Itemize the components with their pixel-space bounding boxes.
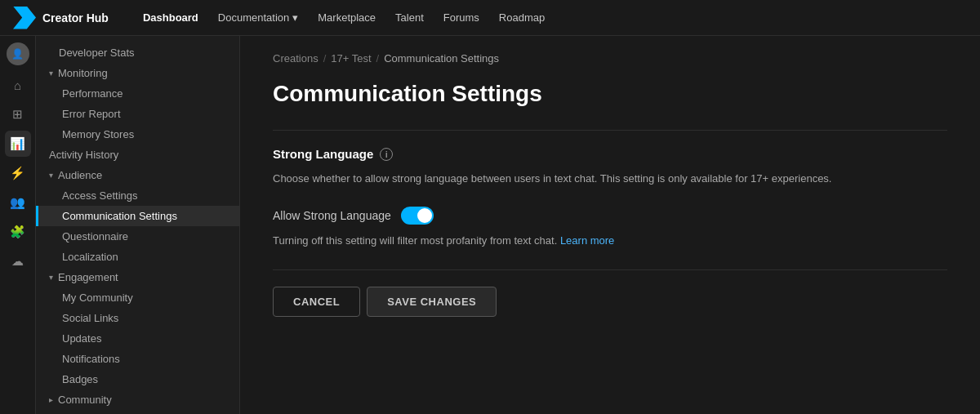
nav-documentation[interactable]: Documentation ▾ (210, 8, 306, 27)
main-content: Creations / 17+ Test / Communication Set… (240, 36, 980, 414)
logo[interactable]: Creator Hub (13, 7, 109, 29)
section-title-text: Strong Language (273, 147, 373, 161)
sidebar-item-access-settings[interactable]: Access Settings (36, 185, 239, 206)
icon-bar: 👤 ⌂ ⊞ 📊 ⚡ 👥 🧩 ☁ (0, 36, 36, 414)
action-buttons: CANCEL SAVE CHANGES (273, 287, 947, 317)
bottom-divider (273, 269, 947, 270)
logo-text: Creator Hub (42, 11, 109, 24)
top-nav: Creator Hub Dashboard Documentation ▾ Ma… (0, 0, 980, 36)
breadcrumb: Creations / 17+ Test / Communication Set… (273, 52, 947, 65)
section-description: Choose whether to allow strong language … (273, 171, 947, 187)
chart-icon-btn[interactable]: 📊 (5, 131, 31, 157)
sidebar-item-questionnaire[interactable]: Questionnaire (36, 226, 239, 247)
allow-strong-language-toggle[interactable] (401, 207, 434, 225)
sidebar-item-error-report[interactable]: Error Report (36, 104, 239, 124)
sidebar-section-monitoring[interactable]: ▾ Monitoring (36, 63, 239, 83)
sidebar-section-community[interactable]: ▸ Community (36, 390, 239, 410)
setting-row-strong-language: Allow Strong Language (273, 207, 947, 225)
sidebar-section-engagement[interactable]: ▾ Engagement (36, 267, 239, 287)
users-icon-btn[interactable]: 👥 (5, 189, 31, 216)
sidebar-item-my-community[interactable]: My Community (36, 287, 239, 308)
section-strong-language: Strong Language i (273, 147, 947, 161)
chevron-icon: ▾ (49, 69, 53, 78)
puzzle-icon-btn[interactable]: 🧩 (5, 219, 31, 245)
breadcrumb-current: Communication Settings (384, 52, 499, 65)
nav-dashboard[interactable]: Dashboard (135, 8, 207, 27)
title-divider (273, 130, 947, 131)
nav-roadmap[interactable]: Roadmap (491, 8, 553, 27)
sidebar-item-localization[interactable]: Localization (36, 247, 239, 267)
page-title: Communication Settings (273, 81, 947, 107)
sidebar-item-memory-stores[interactable]: Memory Stores (36, 124, 239, 145)
sidebar-item-communication-settings[interactable]: Communication Settings (36, 206, 239, 226)
sidebar-item-developer-stats[interactable]: Developer Stats (36, 42, 239, 63)
chevron-icon: ▾ (49, 171, 53, 180)
home-icon-btn[interactable]: ⌂ (5, 72, 31, 98)
chevron-icon: ▾ (49, 273, 53, 282)
sidebar-section-audience[interactable]: ▾ Audience (36, 165, 239, 185)
grid-icon-btn[interactable]: ⊞ (5, 101, 31, 127)
sidebar-item-activity-history[interactable]: Activity History (36, 145, 239, 165)
sidebar-item-notifications[interactable]: Notifications (36, 349, 239, 369)
cloud-icon-btn[interactable]: ☁ (5, 248, 31, 274)
breadcrumb-sep-2: / (376, 52, 380, 65)
nav-marketplace[interactable]: Marketplace (310, 8, 384, 27)
breadcrumb-creations[interactable]: Creations (273, 52, 318, 65)
learn-more-link[interactable]: Learn more (560, 234, 614, 247)
save-changes-button[interactable]: SAVE CHANGES (367, 287, 497, 317)
activity-icon-btn[interactable]: ⚡ (5, 160, 31, 186)
body-layout: 👤 ⌂ ⊞ 📊 ⚡ 👥 🧩 ☁ Developer Stats ▾ Monito… (0, 36, 980, 414)
cancel-button[interactable]: CANCEL (273, 287, 360, 317)
toggle-note: Turning off this setting will filter mos… (273, 234, 947, 247)
sidebar-item-performance[interactable]: Performance (36, 83, 239, 104)
avatar[interactable]: 👤 (7, 42, 29, 65)
chevron-down-icon: ▾ (292, 11, 298, 24)
chevron-icon: ▸ (49, 395, 53, 404)
breadcrumb-sep-1: / (323, 52, 327, 65)
nav-links: Dashboard Documentation ▾ Marketplace Ta… (135, 8, 553, 27)
setting-label: Allow Strong Language (273, 209, 391, 222)
sidebar-item-updates[interactable]: Updates (36, 328, 239, 349)
sidebar: Developer Stats ▾ Monitoring Performance… (36, 36, 240, 414)
nav-forums[interactable]: Forums (435, 8, 488, 27)
toggle-knob (417, 208, 432, 223)
info-icon[interactable]: i (380, 148, 393, 161)
logo-icon (13, 7, 36, 29)
sidebar-item-badges[interactable]: Badges (36, 369, 239, 390)
sidebar-item-social-links[interactable]: Social Links (36, 308, 239, 328)
breadcrumb-17plus[interactable]: 17+ Test (331, 52, 371, 65)
nav-talent[interactable]: Talent (387, 8, 432, 27)
